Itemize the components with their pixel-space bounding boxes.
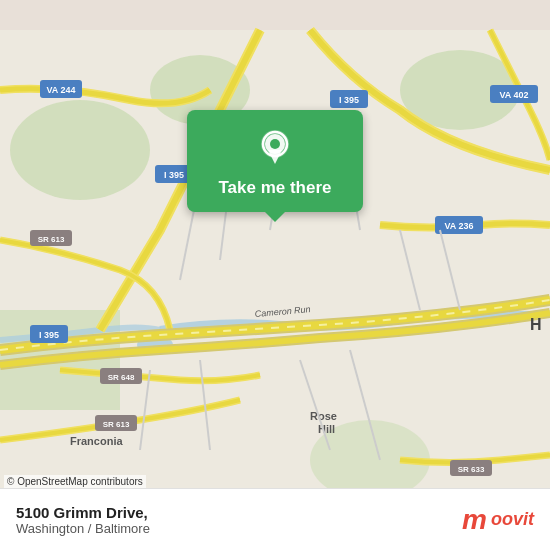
address-block: 5100 Grimm Drive, Washington / Baltimore (16, 504, 150, 536)
svg-point-1 (10, 100, 150, 200)
svg-text:SR 613: SR 613 (103, 420, 130, 429)
map-attribution: © OpenStreetMap contributors (4, 475, 146, 488)
svg-point-44 (270, 139, 280, 149)
svg-text:VA 244: VA 244 (46, 85, 75, 95)
svg-text:Rose: Rose (310, 410, 337, 422)
svg-text:VA 236: VA 236 (444, 221, 473, 231)
svg-text:H: H (530, 316, 542, 333)
svg-text:I 395: I 395 (164, 170, 184, 180)
bottom-bar: 5100 Grimm Drive, Washington / Baltimore… (0, 488, 550, 550)
map-container: VA 244 I 395 I 395 I 395 SR 613 SR 613 S… (0, 0, 550, 550)
svg-text:Franconia: Franconia (70, 435, 123, 447)
svg-text:VA 402: VA 402 (499, 90, 528, 100)
svg-text:I 395: I 395 (339, 95, 359, 105)
address-line1: 5100 Grimm Drive, (16, 504, 150, 521)
svg-text:I 395: I 395 (39, 330, 59, 340)
location-pin-icon (253, 126, 297, 170)
moovit-text: oovit (491, 509, 534, 530)
map-background: VA 244 I 395 I 395 I 395 SR 613 SR 613 S… (0, 0, 550, 550)
svg-text:SR 633: SR 633 (458, 465, 485, 474)
moovit-logo: m oovit (462, 506, 534, 534)
take-me-there-card[interactable]: Take me there (187, 110, 363, 212)
address-line2: Washington / Baltimore (16, 521, 150, 536)
take-me-there-label: Take me there (218, 178, 331, 198)
moovit-m-letter: m (462, 506, 487, 534)
svg-text:SR 613: SR 613 (38, 235, 65, 244)
svg-text:SR 648: SR 648 (108, 373, 135, 382)
